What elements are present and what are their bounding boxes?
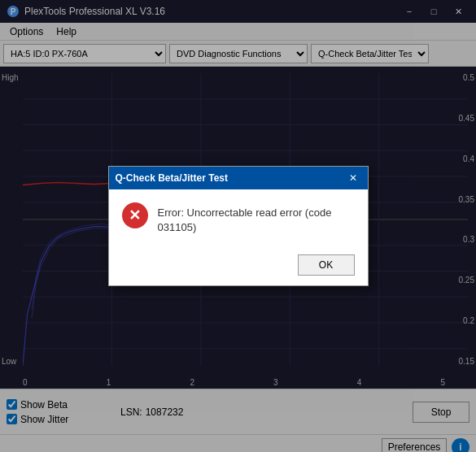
modal-footer: OK	[109, 248, 368, 285]
modal-overlay: Q-Check Beta/Jitter Test ✕ ✕ Error: Unco…	[0, 0, 476, 452]
modal-title-bar: Q-Check Beta/Jitter Test ✕	[109, 167, 368, 189]
error-icon: ✕	[122, 202, 148, 228]
modal-close-button[interactable]: ✕	[345, 171, 361, 185]
modal-message: Error: Uncorrectable read error (code 03…	[158, 202, 355, 235]
ok-button[interactable]: OK	[298, 254, 355, 276]
modal-body: ✕ Error: Uncorrectable read error (code …	[109, 189, 368, 248]
modal-dialog: Q-Check Beta/Jitter Test ✕ ✕ Error: Unco…	[108, 166, 369, 286]
modal-title: Q-Check Beta/Jitter Test	[116, 172, 229, 184]
